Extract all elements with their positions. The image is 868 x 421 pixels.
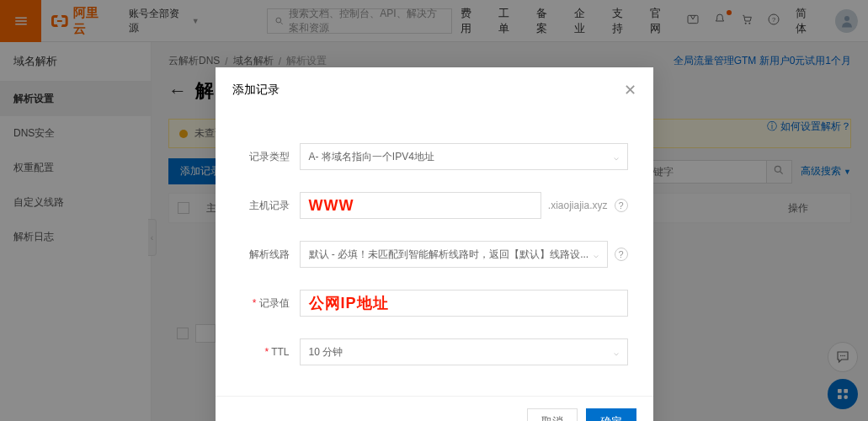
select-ttl[interactable]: 10 分钟 ⌵ bbox=[300, 338, 628, 365]
label-record-type: 记录类型 bbox=[232, 150, 300, 164]
modal-title: 添加记录 bbox=[232, 83, 280, 98]
label-ttl: *TTL bbox=[232, 346, 300, 358]
add-record-modal: 添加记录 ✕ 记录类型 A- 将域名指向一个IPV4地址 ⌵ 主机记录 WWW … bbox=[216, 67, 653, 421]
chevron-down-icon: ⌵ bbox=[614, 152, 619, 162]
label-route: 解析线路 bbox=[232, 248, 300, 262]
confirm-button[interactable]: 确定 bbox=[586, 408, 636, 421]
modal-close-button[interactable]: ✕ bbox=[624, 81, 636, 99]
select-record-type[interactable]: A- 将域名指向一个IPV4地址 ⌵ bbox=[300, 143, 628, 170]
chevron-down-icon: ⌵ bbox=[614, 348, 619, 357]
chevron-down-icon: ⌵ bbox=[594, 250, 599, 259]
input-value[interactable]: 公网IP地址 bbox=[300, 290, 628, 317]
select-route[interactable]: 默认 - 必填！未匹配到智能解析线路时，返回【默认】线路设... ⌵ bbox=[300, 241, 608, 268]
label-value: *记录值 bbox=[232, 296, 300, 311]
host-help-icon[interactable]: ? bbox=[615, 199, 628, 212]
route-help-icon[interactable]: ? bbox=[615, 248, 628, 261]
host-suffix: .xiaojiajia.xyz bbox=[548, 200, 608, 211]
cancel-button[interactable]: 取消 bbox=[527, 408, 578, 421]
modal-overlay[interactable]: 添加记录 ✕ 记录类型 A- 将域名指向一个IPV4地址 ⌵ 主机记录 WWW … bbox=[0, 0, 868, 421]
host-overlay-text: WWW bbox=[309, 197, 354, 215]
label-host: 主机记录 bbox=[232, 199, 300, 213]
input-host[interactable]: WWW bbox=[300, 192, 541, 219]
value-overlay-text: 公网IP地址 bbox=[309, 293, 389, 313]
